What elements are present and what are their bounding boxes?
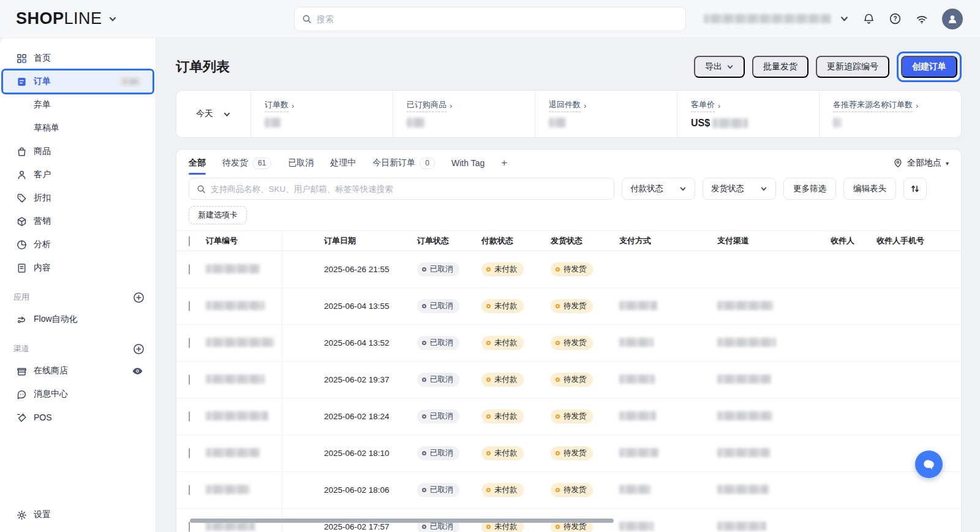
select-all-checkbox[interactable] bbox=[189, 236, 190, 246]
tab-processing[interactable]: 处理中 bbox=[330, 158, 356, 175]
sidebar-item-abandoned-orders[interactable]: 弃单 bbox=[2, 94, 153, 116]
metric-link[interactable]: 退回件数› bbox=[549, 99, 586, 112]
table-row[interactable]: 2025-06-02 19:37 已取消 未付款 待发货 bbox=[176, 362, 961, 398]
horizontal-scrollbar[interactable] bbox=[190, 519, 614, 523]
metric-link[interactable]: 各推荐来源名称订单数› bbox=[833, 99, 918, 112]
sidebar-item-marketing[interactable]: 营销 bbox=[2, 210, 153, 232]
sidebar-item-settings[interactable]: 设置 bbox=[2, 504, 153, 526]
col-header-payment-status: 付款状态 bbox=[481, 235, 551, 246]
user-icon bbox=[946, 13, 959, 25]
sidebar-item-home[interactable]: 首页 bbox=[2, 47, 153, 69]
order-date: 2025-06-02 19:37 bbox=[324, 375, 417, 384]
sidebar-item-content[interactable]: 内容 bbox=[2, 257, 153, 279]
sidebar-item-draft-orders[interactable]: 草稿单 bbox=[2, 117, 153, 139]
home-icon bbox=[16, 53, 27, 64]
order-date: 2025-06-02 18:24 bbox=[324, 412, 417, 421]
svg-text:?: ? bbox=[893, 15, 897, 22]
tab-to-ship[interactable]: 待发货61 bbox=[222, 158, 271, 175]
global-search-input[interactable] bbox=[317, 14, 678, 24]
tab-cancelled[interactable]: 已取消 bbox=[288, 158, 314, 175]
metric-link[interactable]: 客单价› bbox=[691, 99, 720, 112]
row-checkbox[interactable] bbox=[189, 485, 190, 495]
orders-search-input[interactable] bbox=[211, 184, 606, 194]
more-filters-button[interactable]: 更多筛选 bbox=[783, 178, 836, 200]
sidebar-item-pos[interactable]: POS bbox=[2, 406, 153, 428]
logo-chevron-down-icon bbox=[108, 15, 117, 23]
col-header-payment-method: 支付方式 bbox=[619, 235, 717, 246]
account-avatar[interactable] bbox=[942, 9, 963, 29]
order-status-badge: 已取消 bbox=[417, 409, 459, 424]
location-pin-icon bbox=[893, 158, 903, 168]
location-filter[interactable]: 全部地点 ▾ bbox=[893, 158, 949, 175]
table-row[interactable]: 2025-06-02 18:24 已取消 未付款 待发货 bbox=[176, 398, 961, 435]
logo-menu[interactable]: SHOPLINE bbox=[0, 9, 117, 28]
row-checkbox[interactable] bbox=[189, 448, 190, 458]
status-dot-icon bbox=[422, 525, 426, 529]
edit-columns-button[interactable]: 编辑表头 bbox=[843, 178, 896, 200]
add-app-button[interactable] bbox=[133, 292, 145, 303]
payment-method-blurred bbox=[619, 374, 655, 384]
fulfillment-status-filter[interactable]: 发货状态 bbox=[703, 178, 776, 200]
row-checkbox[interactable] bbox=[189, 411, 190, 422]
network-status-button[interactable] bbox=[915, 12, 929, 26]
chat-launcher-button[interactable] bbox=[915, 450, 943, 478]
payment-channel-blurred bbox=[717, 411, 772, 420]
global-search[interactable] bbox=[294, 7, 686, 31]
sidebar-item-message-center[interactable]: 消息中心 bbox=[2, 383, 153, 405]
row-checkbox[interactable] bbox=[189, 522, 190, 532]
sidebar-item-discounts[interactable]: 折扣 bbox=[2, 187, 153, 209]
sidebar-item-label: 客户 bbox=[34, 169, 51, 180]
chat-icon bbox=[922, 458, 936, 471]
table-row[interactable]: 2025-06-02 18:06 已取消 未付款 待发货 bbox=[176, 472, 961, 509]
payment-status-badge: 未付款 bbox=[481, 336, 524, 350]
orders-search[interactable] bbox=[189, 178, 614, 200]
payment-status-filter[interactable]: 付款状态 bbox=[622, 178, 695, 200]
table-row[interactable]: 2025-06-04 13:52 已取消 未付款 待发货 bbox=[176, 325, 961, 362]
sidebar-item-label: Flow自动化 bbox=[34, 314, 78, 325]
sidebar-item-products[interactable]: 商品 bbox=[2, 140, 153, 162]
tab-new-today[interactable]: 今日新订单0 bbox=[372, 158, 435, 175]
order-date: 2025-06-02 18:10 bbox=[324, 449, 417, 458]
payment-method-blurred bbox=[619, 338, 654, 347]
store-switcher[interactable] bbox=[704, 14, 849, 23]
table-row[interactable]: 2025-06-02 18:10 已取消 未付款 待发货 bbox=[176, 435, 961, 472]
sidebar-item-online-store[interactable]: 在线商店 bbox=[2, 360, 153, 382]
order-status-badge: 已取消 bbox=[417, 262, 459, 276]
metric-items-ordered: 已订购商品› bbox=[393, 91, 535, 137]
sidebar-item-orders[interactable]: 订单 bbox=[2, 70, 153, 93]
bulk-ship-button[interactable]: 批量发货 bbox=[752, 56, 809, 78]
table-row[interactable]: 2025-06-04 13:55 已取消 未付款 待发货 bbox=[176, 288, 961, 325]
row-checkbox[interactable] bbox=[189, 374, 190, 385]
sort-button[interactable] bbox=[903, 178, 927, 200]
payment-method-blurred bbox=[619, 301, 657, 310]
export-button[interactable]: 导出 bbox=[694, 56, 745, 78]
tab-all[interactable]: 全部 bbox=[189, 158, 206, 175]
notifications-button[interactable] bbox=[862, 12, 875, 25]
fulfillment-status-badge: 待发货 bbox=[551, 483, 593, 497]
date-range-select[interactable]: 今天 bbox=[176, 91, 251, 137]
metric-link[interactable]: 已订购商品› bbox=[407, 99, 452, 112]
flow-icon bbox=[16, 314, 27, 325]
new-view-tab-button[interactable]: 新建选项卡 bbox=[189, 206, 247, 224]
create-order-button[interactable]: 创建订单 bbox=[901, 56, 957, 78]
table-row[interactable]: 2025-06-26 21:55 已取消 未付款 待发货 bbox=[176, 251, 961, 288]
row-checkbox[interactable] bbox=[189, 301, 190, 311]
metric-link[interactable]: 订单数› bbox=[265, 99, 294, 112]
add-tab-button[interactable]: + bbox=[501, 157, 507, 175]
sidebar-item-analytics[interactable]: 分析 bbox=[2, 234, 153, 256]
help-button[interactable]: ? bbox=[889, 12, 902, 25]
sidebar-item-flow-automation[interactable]: Flow自动化 bbox=[2, 308, 153, 330]
view-store-button[interactable] bbox=[132, 365, 143, 377]
update-tracking-button[interactable]: 更新追踪编号 bbox=[816, 56, 889, 78]
payment-status-badge: 未付款 bbox=[481, 373, 524, 387]
export-chevron-down-icon bbox=[726, 63, 734, 70]
status-dot-icon bbox=[486, 525, 491, 529]
tab-with-tag[interactable]: With Tag bbox=[451, 158, 484, 174]
sidebar-item-customers[interactable]: 客户 bbox=[2, 164, 153, 186]
add-channel-button[interactable] bbox=[133, 343, 145, 355]
status-dot-icon bbox=[556, 378, 560, 382]
row-checkbox[interactable] bbox=[189, 264, 190, 275]
status-dot-icon bbox=[422, 341, 426, 345]
order-number-blurred bbox=[206, 301, 265, 310]
row-checkbox[interactable] bbox=[189, 338, 190, 348]
